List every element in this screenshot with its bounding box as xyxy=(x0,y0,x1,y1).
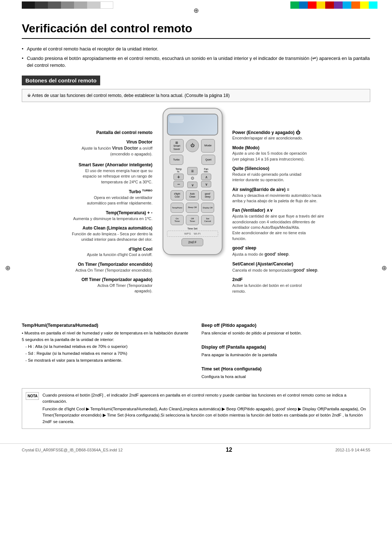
btn-smart-saver[interactable]: ⊞ SmartSaver xyxy=(170,139,184,153)
btn-beep-off[interactable]: Beep Off xyxy=(186,203,199,213)
note-text-1: Cuando presiona el botón [2ndF] , el ind… xyxy=(42,392,366,405)
fan-controls: Fanmin. ∧ ∨ xyxy=(201,168,211,187)
page-title: Verificación del control remoto xyxy=(22,22,370,39)
swatch-dark xyxy=(35,1,48,9)
bottom-right: Beep off (Pitido apagado) Para silenciar… xyxy=(201,322,370,381)
remote-control: ⊞ SmartSaver ⏻ Mode Turbo Quiet Temp xyxy=(156,108,229,255)
intro-bullet-2: Cuando presiona el botón apropiadamente … xyxy=(22,55,370,69)
btn-row-2: Turbo Quiet xyxy=(167,155,218,165)
btn-mode[interactable]: Mode xyxy=(201,139,215,153)
notice-box: Antes de usar las funciones del control … xyxy=(22,89,370,102)
btn-2ndf[interactable]: 2nd F xyxy=(181,238,203,246)
btn-row-4: d'lightCool AutoClean good'sleep xyxy=(167,190,218,200)
display-off-desc: Para apagar la iluminación de la pantall… xyxy=(201,352,370,358)
btn-quiet[interactable]: Quiet xyxy=(201,155,215,165)
temp-plus-btn[interactable]: + xyxy=(173,174,184,180)
label-fan: Fan (Ventilador) ∧∨ Ajusta la cantidad d… xyxy=(232,207,338,241)
label-auto-clean: Auto Clean (Limpieza automática) Función… xyxy=(54,225,152,243)
wifi-label: Wi-Fi xyxy=(194,232,201,235)
section-header: Botones del control remoto xyxy=(22,76,100,85)
swatch-med-dark xyxy=(48,1,61,9)
footer-timestamp: 2012-11-9 14:44:55 xyxy=(335,448,370,452)
label-on-timer: On Timer (Temporizador encendido) Activa… xyxy=(54,261,152,273)
btn-air-swing[interactable]: ≡ xyxy=(187,167,197,175)
swatch-dark-red xyxy=(325,1,334,9)
label-2ndf: 2ndF Active la función del botón en el c… xyxy=(232,277,338,294)
btn-dlight-cool[interactable]: d'lightCool xyxy=(171,190,184,200)
btn-row-3: Temphr. + − ≡ ⚙ ∨ Fanmin. ∧ ∨ xyxy=(167,167,218,188)
swatch-bright-yellow xyxy=(360,1,369,9)
intro-bullet-1: Apunte el control remoto hacia el recept… xyxy=(22,45,370,53)
compass-left-mark: ⊕ xyxy=(5,264,11,272)
btn-fan-down[interactable]: ∨ xyxy=(187,182,197,188)
label-turbo: Turbo TURBO Opera en velocidad de ventil… xyxy=(54,188,152,206)
footer-filename: Crystal EU_AR09FSSE@_IB_DB68-03364A_ES.i… xyxy=(22,448,123,452)
btn-display-off[interactable]: Display Off xyxy=(201,203,214,213)
swatch-light-med xyxy=(74,1,87,9)
btn-fan-up[interactable]: ∧ xyxy=(201,174,211,180)
main-content: Verificación del control remoto Apunte e… xyxy=(22,15,370,429)
note-content: Cuando presiona el botón [2ndF] , el ind… xyxy=(42,392,366,425)
label-smart-saver: Smart Saver (Ahorrador inteligente) El u… xyxy=(54,162,152,185)
swatch-yellow xyxy=(317,1,325,9)
temp-humi-list: Hi : Alta (si la humedad relativa es de … xyxy=(22,344,191,364)
btn-temp-humi[interactable]: Temp/Humi xyxy=(171,203,184,213)
btn-good-sleep[interactable]: good'sleep xyxy=(201,190,214,200)
temp-humi-item-1: Hi : Alta (si la humedad relativa es de … xyxy=(25,344,191,350)
wifi-wps-row: WPS Wi-Fi xyxy=(167,231,218,237)
compass-top-mark: ⊕ xyxy=(193,7,199,15)
label-air-swing: Air swing(Barrido de aire) ≡ Activa y de… xyxy=(232,187,338,204)
btn-turbo[interactable]: Turbo xyxy=(170,155,183,165)
swatch-group-left xyxy=(22,1,113,10)
temp-minus-btn[interactable]: − xyxy=(173,181,184,187)
btn-power[interactable]: ⏻ xyxy=(186,139,199,152)
label-temp: Temp(Temperatura) + - Aumenta y disminuy… xyxy=(54,210,152,222)
swatch-med xyxy=(61,1,74,9)
air-swing-cluster: ≡ ⚙ ∨ xyxy=(187,167,197,188)
labels-right: Power (Encendido y apagado) ⏻ Encender/a… xyxy=(229,108,338,298)
note-box: NOTA Cuando presiona el botón [2ndF] , e… xyxy=(22,388,370,429)
bottom-left: Temp/Humi(Temperatura/Humedad) • Muestra… xyxy=(22,322,191,381)
btn-auto-clean[interactable]: AutoClean xyxy=(186,190,199,200)
remote-body: ⊞ SmartSaver ⏻ Mode Turbo Quiet Temp xyxy=(163,108,222,255)
timeset-title: Time set (Hora configurada) xyxy=(201,366,370,373)
remote-section: Pantalla del control remoto Virus Doctor… xyxy=(22,108,370,311)
btn-on-timer[interactable]: OnTimer xyxy=(171,215,184,225)
label-pantalla: Pantalla del control remoto xyxy=(54,130,152,136)
swatch-black xyxy=(22,1,35,9)
btn-fan-down2[interactable]: ∨ xyxy=(201,181,211,187)
btn-set-cancel[interactable]: SetCancel xyxy=(201,215,214,225)
btn-row-6: OnTimer OffTimer SetCancel xyxy=(167,215,218,225)
swatch-orange xyxy=(351,1,360,9)
timeset-desc: Configura la hora actual xyxy=(201,374,370,380)
temp-humi-item-3: Se mostrará el valor para la temperatura… xyxy=(25,357,191,364)
swatch-purple xyxy=(334,1,343,9)
swatch-bright-cyan xyxy=(369,1,377,9)
label-power: Power (Encendido y apagado) ⏻ Encender/a… xyxy=(232,130,338,141)
time-set-label: Time Set xyxy=(167,227,218,230)
swatch-white xyxy=(100,1,113,9)
swatch-red xyxy=(308,1,317,9)
swatch-light xyxy=(87,1,100,9)
label-good-sleep: good' sleep Ajusta a modo de good' sleep… xyxy=(232,245,338,257)
labels-left: Pantalla del control remoto Virus Doctor… xyxy=(54,108,156,298)
btn-row-1: ⊞ SmartSaver ⏻ Mode xyxy=(167,139,218,153)
label-off-timer: Off Timer (Temporizador apagado) Activa … xyxy=(54,277,152,294)
label-dlight-cool: d'light Cool Ajuste la función d'light C… xyxy=(54,246,152,258)
label-quite: Quite (Silencioso) Reduce el ruido gener… xyxy=(232,166,338,183)
swatch-green xyxy=(290,1,299,9)
note-text-2: Función de d'light Cool ▶ Temp/Humi(Temp… xyxy=(42,406,366,425)
temp-humi-bullet: • Muestra en pantalla el nivel de humeda… xyxy=(22,330,191,343)
intro-section: Apunte el control remoto hacia el recept… xyxy=(22,45,370,69)
temp-humi-item-2: Sd : Regular (si la humedad relativa es … xyxy=(25,350,191,357)
beep-off-title: Beep off (Pitido apagado) xyxy=(201,322,370,329)
wps-label: WPS xyxy=(184,232,191,235)
label-set-cancel: Set/Cancel (Ajustar/Cancelar) Cancela el… xyxy=(232,261,338,273)
display-off-title: Display off (Pantalla apagada) xyxy=(201,344,370,351)
compass-right-mark: ⊕ xyxy=(381,264,387,272)
btn-off-timer[interactable]: OffTimer xyxy=(186,215,199,225)
page-number: 12 xyxy=(226,447,232,453)
note-label: NOTA xyxy=(26,392,39,400)
swatch-cyan xyxy=(343,1,351,9)
temp-label: Temphr. xyxy=(175,168,181,173)
